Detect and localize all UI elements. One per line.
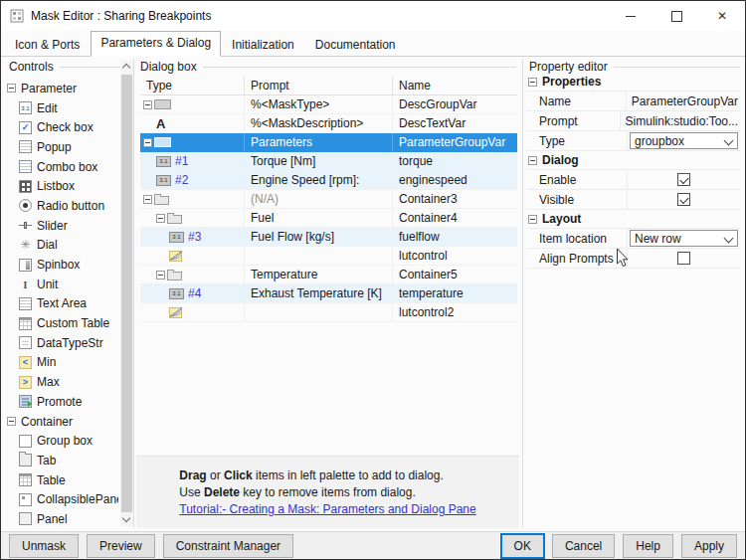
property-value [627,190,740,209]
tutorial-link[interactable]: Tutorial:- Creating a Mask: Parameters a… [179,502,475,516]
unmask-button[interactable]: Unmask [9,534,79,558]
expander-icon[interactable] [156,214,165,223]
footer-text: items in left palette to add to dialog. [253,468,444,482]
column-header-name[interactable]: Name [392,77,516,94]
expander-icon[interactable] [156,271,165,280]
expander-icon[interactable] [143,138,152,147]
preview-button[interactable]: Preview [87,534,155,558]
collapse-icon[interactable] [528,156,537,165]
control-item-text-area[interactable]: Text Area [6,294,118,314]
control-item-table[interactable]: Table [6,470,118,490]
control-label: Min [37,355,56,369]
tab-folder-icon [167,272,182,280]
collapse-icon[interactable] [7,84,16,93]
tab-parameters-dialog[interactable]: Parameters & Dialog [91,31,221,57]
control-item-tab[interactable]: Tab [6,451,118,470]
dialog-row-container5[interactable]: TemperatureContainer5 [140,266,517,284]
edit-icon: 3.1 [156,156,171,167]
dialog-row-lutcontrol2[interactable]: lutcontrol2 [140,303,517,322]
align-prompts-checkbox[interactable] [677,252,690,265]
control-item-custom-table[interactable]: Custom Table [6,313,118,333]
dialog-row-enginespeed[interactable]: 3.1#2Engine Speed [rpm]:enginespeed [140,171,517,190]
property-editor-panel: Property editor PropertiesNameParameterG… [525,59,743,528]
control-item-datatypestr[interactable]: DataTypeStr [6,333,118,353]
dialog-row-container4[interactable]: FuelContainer4 [140,209,517,228]
column-header-type[interactable]: Type [140,77,244,94]
control-item-panel[interactable]: Panel [6,509,118,528]
tab-icon-ports[interactable]: Icon & Ports [5,34,90,56]
close-button[interactable]: ✕ [699,1,745,31]
control-item-popup[interactable]: Popup [6,137,118,157]
control-item-combo-box[interactable]: Combo box [6,157,118,177]
control-item-spinbox[interactable]: Spinbox [6,255,118,275]
scrollbar-thumb[interactable] [121,75,132,512]
scroll-up-icon[interactable] [120,61,133,74]
dialog-row-parametergroupvar[interactable]: ParametersParameterGroupVar [140,133,517,152]
enable-checkbox[interactable] [677,173,690,186]
visible-checkbox[interactable] [677,193,690,206]
property-label: Prompt [527,111,620,130]
dialog-row-desctextvar[interactable]: A%<MaskDescription>DescTextVar [140,114,517,133]
collapse-icon[interactable] [7,417,16,426]
expander-icon[interactable] [143,100,152,109]
collapse-icon[interactable] [528,78,537,87]
dialog-footer-text: Drag or Click items in left palette to a… [179,467,475,518]
tab-initialization[interactable]: Initialization [222,34,304,56]
name-field[interactable]: ParameterGroupVar [629,94,738,108]
cancel-button[interactable]: Cancel [552,534,615,558]
controls-group-parameter[interactable]: Parameter [6,79,118,98]
panel-splitter-left[interactable] [133,59,134,528]
parameter-number: #3 [188,230,201,244]
control-item-promote[interactable]: Promote [6,392,118,412]
control-item-collapsiblepanel[interactable]: CollapsiblePanel [6,489,118,509]
apply-button[interactable]: Apply [681,534,737,558]
section-layout[interactable]: Layout [527,210,740,229]
item-location-dropdown[interactable]: New row [630,230,738,247]
promote-icon [19,395,32,408]
row-type-cell [140,95,244,113]
type-dropdown[interactable]: groupbox [630,132,738,149]
section-properties[interactable]: Properties [527,73,740,92]
property-row-prompt: PromptSimulink:studio:Too... [527,111,740,131]
constraint-manager-button[interactable]: Constraint Manager [163,534,293,558]
tab-documentation[interactable]: Documentation [305,34,406,56]
column-header-prompt[interactable]: Prompt [244,77,392,94]
control-label: Radio button [37,199,104,213]
row-prompt-cell: %<MaskDescription> [244,114,392,132]
controls-scrollbar[interactable] [120,61,133,526]
footer-text: Delete [204,485,240,499]
panel-splitter-right[interactable] [522,59,523,528]
control-item-slider[interactable]: Slider [6,216,118,236]
maximize-button[interactable] [653,1,699,31]
control-item-radio-button[interactable]: Radio button [6,196,118,216]
dialog-row-lutcontrol[interactable]: lutcontrol [140,247,517,266]
control-item-unit[interactable]: Unit [6,275,118,294]
dialog-row-fuelflow[interactable]: 3.1#3Fuel Flow [kg/s]fuelflow [140,228,517,247]
expander-icon[interactable] [143,195,152,204]
controls-panel: Controls ParameterEditCheck boxPopupComb… [5,59,133,528]
control-item-listbox[interactable]: Listbox [6,176,118,196]
dialog-row-torque[interactable]: 3.1#1Torque [Nm]torque [140,152,517,171]
ok-button[interactable]: OK [501,534,544,558]
groupbox-icon [154,137,171,147]
controls-group-container[interactable]: Container [6,412,118,432]
control-item-group-box[interactable]: Group box [6,431,118,451]
control-item-max[interactable]: Max [6,372,118,392]
footer-text: or [207,468,224,482]
controls-list: ParameterEditCheck boxPopupCombo boxList… [6,79,118,528]
scroll-down-icon[interactable] [120,513,133,526]
control-item-min[interactable]: Min [6,353,118,373]
help-button[interactable]: Help [623,534,673,558]
parameter-number: #1 [175,154,188,168]
control-label: CollapsiblePanel [37,492,118,506]
prompt-field[interactable]: Simulink:studio:Too... [623,114,738,128]
dialog-row-container3[interactable]: (N/A)Container3 [140,190,517,209]
dialog-row-temperature[interactable]: 3.1#4Exhaust Temperature [K]temperature [140,284,517,303]
collapse-icon[interactable] [528,215,537,224]
control-item-check-box[interactable]: Check box [6,117,118,137]
minimize-button[interactable] [608,1,653,31]
dialog-row-descgroupvar[interactable]: %<MaskType>DescGroupVar [140,95,517,114]
control-item-dial[interactable]: Dial [6,236,118,256]
section-dialog[interactable]: Dialog [527,151,740,170]
control-item-edit[interactable]: Edit [6,98,118,118]
